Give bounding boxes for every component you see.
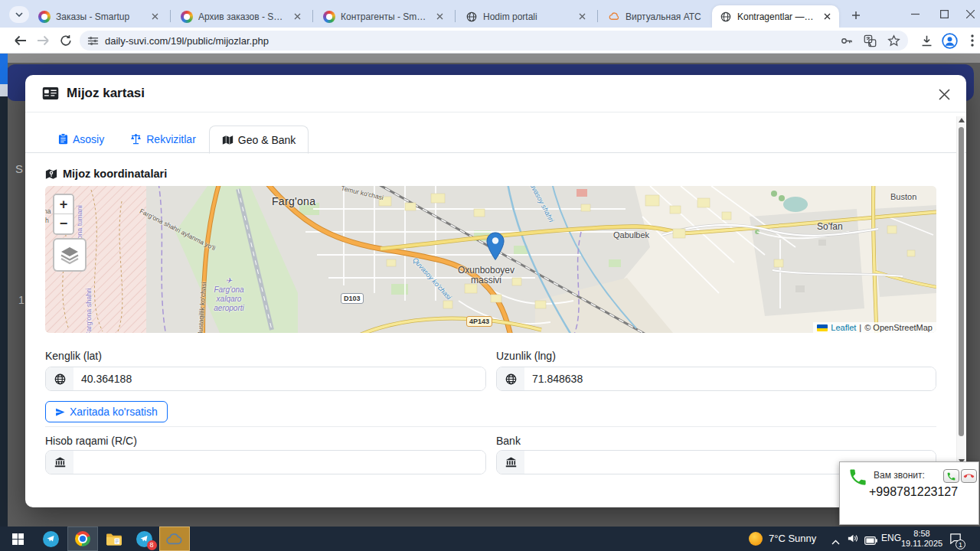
language-indicator[interactable]: ENG [881,533,901,543]
map-label-shahri: Farg'ona shahri [85,289,93,333]
passwords-key-icon[interactable] [840,34,853,47]
call-number: +998781223127 [869,485,958,499]
tab-label: Rekvizitlar [146,133,196,145]
tab-separator [170,10,171,22]
action-center-button[interactable]: 1 [949,533,962,547]
window-minimize-button[interactable] [903,3,926,24]
window-maximize-button[interactable] [933,3,956,24]
bookmark-star-icon[interactable] [887,34,900,47]
translate-icon[interactable] [864,34,877,47]
tab-close-icon[interactable] [821,11,833,23]
leaflet-map[interactable]: na ih Farg'ona tumani Farg'ona shahri Mu… [45,186,936,333]
tab-rekvizitlar[interactable]: Rekvizitlar [117,125,209,153]
tab-close-icon[interactable] [149,11,161,23]
map-label-oxunboboyev: Oxunboboyev massivi [439,266,534,285]
forward-button[interactable] [34,31,52,50]
tab-zakazy[interactable]: Заказы - Smartup [31,5,167,28]
map-label-airport: ✈ Farg'ona xalqaro aeroporti [191,276,267,313]
mijoz-kartasi-modal: Mijoz kartasi Asosiy Rekvizitlar Geo & B… [25,75,966,507]
download-icon [920,34,933,47]
profile-avatar[interactable] [941,32,958,49]
window-close-button[interactable] [959,3,980,24]
tab-search-button[interactable] [9,6,29,23]
tab-kontragenty[interactable]: Контрагенты - Smartup [315,5,452,28]
osm-link[interactable]: © OpenStreetMap [864,323,933,332]
decline-phone-icon [962,469,975,483]
taskbar-chrome-active[interactable] [67,527,98,551]
account-input[interactable] [74,451,485,474]
tab-title: Заказы - Smartup [56,11,143,22]
reload-icon [60,34,72,47]
map-label-qabulbek: Qabulbek [613,230,649,240]
map-label-buston: Buston [890,192,916,201]
tab-arxiv[interactable]: Архив заказов - Smartup [173,5,309,28]
show-on-map-label: Xaritada ko'rsatish [70,406,158,418]
reload-button[interactable] [57,31,75,50]
weather-text[interactable]: 7°C Sunny [769,533,816,544]
tray-expand-chevron[interactable] [831,534,840,548]
notification-badge: 1 [956,540,965,549]
taskbar-explorer[interactable] [98,527,129,551]
bank-inputs-row [45,450,936,474]
road-badge-4p143: 4P143 [466,316,492,327]
lng-input[interactable] [524,367,936,390]
folder-icon [106,533,122,546]
taskbar-clock[interactable]: 8:58 19.11.2025 [900,529,943,549]
decline-call-button[interactable] [961,469,977,483]
attribution-separator: | [859,323,861,332]
site-settings-icon [87,35,99,47]
lng-input-group [496,367,936,391]
tab-close-icon[interactable] [291,11,303,23]
battery-icon[interactable] [864,534,877,548]
address-bar[interactable]: daily-suvi.com/19l/public/mijozlar.php [80,31,908,51]
zoom-out-button[interactable]: − [54,214,73,233]
answer-call-button[interactable] [943,469,959,483]
tab-hodim[interactable]: Hodim portali [458,5,594,28]
leaflet-link[interactable]: Leaflet [831,323,856,332]
modal-scrollbar[interactable] [956,116,965,465]
volume-icon[interactable] [847,533,858,547]
minimize-icon [911,10,920,18]
person-icon [942,33,958,49]
tab-close-icon[interactable] [433,11,446,23]
modal-close-button[interactable] [934,84,954,104]
globe-favicon [720,11,732,23]
downloads-button[interactable] [918,32,935,49]
bank-label: Bank [496,435,521,447]
scroll-up-arrow[interactable] [959,118,965,122]
tab-close-icon[interactable] [576,11,588,23]
page-number: 1 [18,294,24,306]
tab-geo-bank[interactable]: Geo & Bank [209,126,309,154]
road-badge-d103: D103 [341,293,364,304]
plane-icon: ✈ [191,276,267,285]
coord-inputs-row [45,367,936,391]
account-label: Hisob raqami (R/C) [45,435,137,447]
section-divider [45,426,936,427]
tab-title: Контрагенты - Smartup [341,11,428,22]
map-marker-pin[interactable] [486,232,505,264]
map-label-line: aeroporti [191,304,267,313]
taskbar-telegram[interactable] [35,527,66,551]
show-on-map-button[interactable]: Xaritada ko'rsatish [45,401,168,422]
clock-time: 8:58 [900,529,943,539]
back-button[interactable] [11,31,29,50]
map-label-fargona: Farg'ona [272,195,315,207]
scrollbar-thumb[interactable] [959,127,964,436]
taskbar-cloud-app-active[interactable] [159,527,190,551]
arrow-right-icon [37,35,50,46]
lat-input[interactable] [74,367,485,390]
url-text[interactable]: daily-suvi.com/19l/public/mijozlar.php [105,35,834,47]
cloud-favicon [608,11,620,23]
taskbar: 8 7°C Sunny ENG 8:58 19.11.2025 1 [0,527,980,551]
map-layers-control[interactable] [53,238,87,272]
tab-asosiy[interactable]: Asosiy [45,125,117,153]
map-label-sofan: So'fan [817,221,843,232]
zoom-in-button[interactable]: + [54,195,73,214]
tab-kontragentlar-active[interactable]: Kontragentlar — stacked n [712,5,839,28]
taskbar-telegram-2[interactable]: 8 [129,527,159,551]
browser-menu-button[interactable] [964,32,980,49]
account-input-group [45,450,486,474]
start-button[interactable] [0,527,35,551]
lat-input-group [45,367,486,391]
new-tab-button[interactable] [847,6,865,24]
